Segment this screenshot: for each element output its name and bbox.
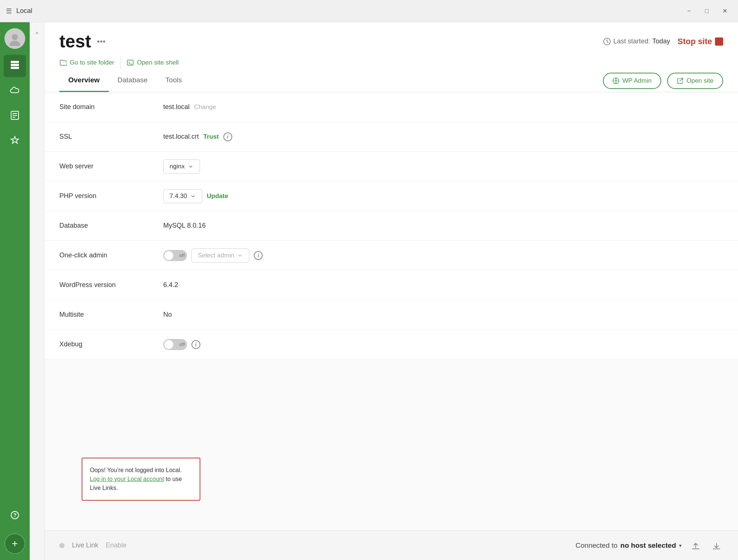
multisite-value: No [163, 311, 172, 319]
web-server-dropdown[interactable]: nginx [163, 159, 200, 174]
one-click-admin-row: One-click admin off Select admin i [45, 241, 738, 270]
wordpress-version-label: WordPress version [59, 281, 163, 289]
wordpress-version-text: 6.4.2 [163, 281, 178, 289]
logs-icon [10, 111, 19, 122]
cloud-icon [10, 86, 20, 96]
multisite-row: Multisite No [45, 300, 738, 330]
stop-site-label: Stop site [678, 37, 712, 46]
one-click-admin-info-icon[interactable]: i [254, 251, 263, 260]
close-button[interactable]: ✕ [717, 4, 732, 19]
connected-status: Connected to no host selected ▾ [575, 541, 682, 550]
sidebar-item-logs[interactable] [4, 105, 26, 128]
last-started-value: Today [652, 37, 670, 45]
open-shell-button[interactable]: Open site shell [127, 56, 184, 69]
download-icon [711, 540, 722, 551]
host-name: no host selected [620, 541, 676, 550]
ssl-info-icon[interactable]: i [223, 132, 232, 141]
ssl-value: test.local.crt Trust i [163, 132, 232, 141]
header-right: Last started: Today Stop site [603, 37, 723, 46]
tab-database[interactable]: Database [109, 69, 157, 92]
stop-site-button[interactable]: Stop site [678, 37, 723, 46]
multisite-text: No [163, 311, 172, 319]
sidebar-item-help[interactable]: ? [4, 505, 26, 527]
php-version-label: PHP version [59, 192, 163, 200]
login-popup-text-before: Oops! You're not logged into Local. [90, 467, 182, 473]
xdebug-toggle[interactable]: off [163, 339, 187, 350]
tab-tools[interactable]: Tools [157, 69, 191, 92]
app-title: Local [16, 7, 32, 15]
database-value: MySQL 8.0.16 [163, 222, 206, 230]
trust-button[interactable]: Trust [203, 133, 219, 141]
site-domain-label: Site domain [59, 103, 163, 111]
avatar[interactable] [4, 28, 25, 49]
menu-icon[interactable]: ☰ [6, 7, 12, 15]
site-menu-button[interactable]: ••• [97, 37, 105, 46]
go-to-folder-button[interactable]: Go to site folder [59, 56, 121, 69]
wp-admin-label: WP Admin [622, 77, 652, 85]
web-server-label: Web server [59, 162, 163, 170]
open-shell-label: Open site shell [137, 59, 178, 66]
shell-icon [127, 59, 134, 66]
sidebar-item-sites[interactable] [4, 55, 26, 77]
svg-rect-14 [692, 549, 699, 549]
last-started: Last started: Today [603, 37, 670, 46]
host-select-chevron[interactable]: ▾ [679, 543, 682, 549]
login-popup: Oops! You're not logged into Local. Log … [82, 458, 200, 501]
live-link-label: Live Link [72, 541, 98, 549]
svg-point-0 [12, 34, 18, 40]
xdebug-info-icon[interactable]: i [191, 340, 200, 349]
ssl-cert-text: test.local.crt [163, 133, 199, 141]
svg-rect-12 [127, 60, 133, 65]
svg-rect-3 [11, 64, 19, 66]
php-version-dropdown[interactable]: 7.4.30 [163, 189, 202, 203]
tab-actions: WP Admin Open site [603, 73, 723, 89]
php-update-button[interactable]: Update [207, 192, 228, 200]
minimize-button[interactable]: − [682, 4, 696, 19]
maximize-button[interactable]: □ [699, 4, 714, 19]
one-click-admin-value: off Select admin i [163, 248, 263, 263]
app-layout: ? + » test ••• [0, 22, 738, 560]
titlebar: ☰ Local − □ ✕ [0, 0, 738, 22]
overview-table: Site domain test.local Change SSL test.l… [45, 92, 738, 359]
change-domain-button[interactable]: Change [194, 103, 216, 111]
sidebar-item-addons[interactable] [4, 131, 26, 153]
sites-icon [10, 60, 20, 72]
xdebug-label: Xdebug [59, 340, 163, 348]
site-header: test ••• Last started: Today Stop site [45, 22, 738, 69]
sidebar-item-cloud[interactable] [4, 80, 26, 102]
live-link-dot [59, 543, 65, 548]
toggle-off-label: off [179, 253, 185, 258]
database-label: Database [59, 222, 163, 230]
ssl-row: SSL test.local.crt Trust i [45, 122, 738, 152]
select-admin-text: Select admin [198, 252, 234, 259]
add-site-button[interactable]: + [4, 533, 25, 554]
stop-icon [715, 37, 723, 46]
enable-live-link-button[interactable]: Enable [106, 541, 127, 549]
upload-icon [691, 540, 701, 551]
upload-button[interactable] [689, 539, 702, 552]
bottom-right: Connected to no host selected ▾ [575, 539, 723, 552]
svg-rect-4 [11, 67, 19, 69]
download-button[interactable] [710, 539, 723, 552]
php-version-row: PHP version 7.4.30 Update [45, 181, 738, 211]
bottom-bar: Live Link Enable Connected to no host se… [45, 530, 738, 560]
expand-panel-button[interactable]: » [34, 28, 40, 37]
open-site-label: Open site [686, 77, 714, 85]
tab-overview[interactable]: Overview [59, 69, 109, 92]
wordpress-version-row: WordPress version 6.4.2 [45, 270, 738, 300]
wp-admin-button[interactable]: WP Admin [603, 73, 661, 89]
addons-icon [10, 136, 20, 148]
sites-panel: » [30, 22, 45, 560]
go-to-folder-label: Go to site folder [70, 59, 114, 66]
select-admin-dropdown[interactable]: Select admin [191, 248, 249, 263]
login-link[interactable]: Log in to your Local account [90, 476, 164, 482]
toggle-knob [164, 251, 173, 260]
open-site-button[interactable]: Open site [667, 73, 723, 89]
svg-rect-15 [713, 549, 720, 549]
php-version-value: 7.4.30 Update [163, 189, 228, 203]
one-click-admin-toggle[interactable]: off [163, 250, 187, 261]
quick-actions: Go to site folder Open site shell [59, 56, 723, 69]
xdebug-row: Xdebug off i [45, 330, 738, 359]
xdebug-toggle-off-label: off [179, 342, 185, 347]
database-row: Database MySQL 8.0.16 [45, 211, 738, 241]
